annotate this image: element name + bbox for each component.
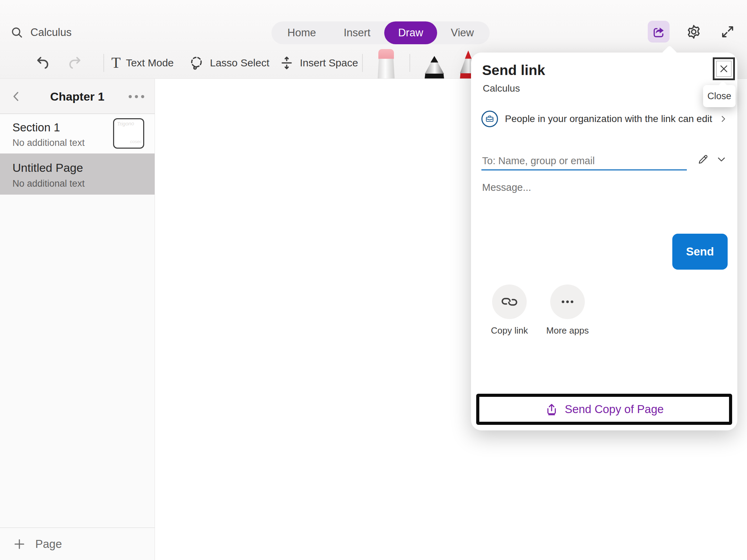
plus-icon bbox=[12, 537, 26, 551]
text-mode-icon: T bbox=[111, 55, 121, 71]
link-icon bbox=[501, 293, 518, 310]
more-options-icon bbox=[129, 95, 132, 98]
expand-icon bbox=[720, 24, 736, 40]
eraser-tool[interactable] bbox=[378, 49, 395, 78]
page-thumbnail: Trigono cosec bbox=[113, 118, 144, 149]
tab-view[interactable]: View bbox=[437, 21, 488, 44]
section-title: Section 1 bbox=[12, 121, 60, 134]
sidebar-item-untitled-page[interactable]: Untitled Page No additional text bbox=[0, 153, 155, 195]
message-field-wrap bbox=[481, 181, 723, 227]
eraser-cap bbox=[378, 49, 394, 60]
recipient-dropdown-button[interactable] bbox=[716, 154, 727, 165]
insert-space-button[interactable]: Insert Space bbox=[279, 54, 358, 72]
undo-icon bbox=[35, 54, 52, 72]
app-window: Calculus Home Insert Draw View bbox=[0, 0, 747, 560]
undo-button[interactable] bbox=[35, 54, 52, 72]
notebook-title: Calculus bbox=[30, 26, 72, 39]
section-subtitle: No additional text bbox=[12, 138, 85, 148]
lasso-select-button[interactable]: Lasso Select bbox=[188, 54, 269, 72]
close-icon bbox=[718, 63, 729, 74]
tab-insert[interactable]: Insert bbox=[330, 21, 385, 44]
text-mode-button[interactable]: T Text Mode bbox=[111, 54, 174, 72]
permission-text: People in your organization with the lin… bbox=[505, 113, 712, 124]
more-apps-label: More apps bbox=[540, 325, 595, 336]
toolbar-divider bbox=[409, 54, 410, 72]
gear-icon bbox=[685, 24, 702, 40]
search-icon bbox=[10, 26, 24, 39]
copy-link-button[interactable]: Copy link bbox=[482, 284, 537, 336]
briefcase-icon bbox=[485, 114, 495, 124]
link-permission-row[interactable]: People in your organization with the lin… bbox=[481, 111, 727, 127]
toolbar-divider bbox=[362, 54, 363, 72]
sidebar-more-options[interactable] bbox=[129, 79, 144, 114]
to-field-actions bbox=[697, 153, 727, 166]
fullscreen-button[interactable] bbox=[718, 22, 737, 41]
send-link-dialog: Send link Calculus Close People in your … bbox=[471, 53, 737, 430]
to-input[interactable] bbox=[481, 152, 687, 169]
close-button[interactable] bbox=[713, 57, 735, 80]
sidebar-header: Chapter 1 bbox=[0, 79, 155, 114]
insert-space-icon bbox=[279, 55, 295, 71]
send-button[interactable]: Send bbox=[672, 234, 728, 270]
share-button[interactable] bbox=[648, 21, 670, 43]
page-subtitle: No additional text bbox=[12, 178, 85, 189]
page-list-sidebar: Chapter 1 Section 1 No additional text T… bbox=[0, 79, 155, 560]
dialog-subtitle: Calculus bbox=[483, 83, 520, 94]
send-copy-label: Send Copy of Page bbox=[565, 403, 664, 416]
edit-recipient-button[interactable] bbox=[697, 153, 710, 166]
black-pen-tool[interactable] bbox=[425, 56, 444, 78]
redo-button[interactable] bbox=[66, 54, 83, 72]
dialog-title: Send link bbox=[482, 62, 545, 78]
pencil-icon bbox=[697, 153, 710, 166]
text-mode-label: Text Mode bbox=[126, 57, 174, 69]
share-icon bbox=[652, 25, 666, 39]
more-apps-button[interactable]: More apps bbox=[540, 284, 595, 336]
to-field-wrap bbox=[481, 152, 687, 170]
copy-link-label: Copy link bbox=[482, 325, 537, 336]
lasso-label: Lasso Select bbox=[210, 57, 269, 69]
chevron-right-icon bbox=[719, 115, 727, 123]
organization-icon-circle bbox=[481, 111, 498, 127]
notebook-search[interactable]: Calculus bbox=[10, 25, 72, 40]
tab-home[interactable]: Home bbox=[274, 21, 330, 44]
settings-button[interactable] bbox=[684, 22, 703, 41]
tab-draw[interactable]: Draw bbox=[384, 21, 437, 44]
sidebar-item-section1[interactable]: Section 1 No additional text Trigono cos… bbox=[0, 114, 155, 153]
eraser-body bbox=[378, 59, 395, 78]
ellipsis-icon bbox=[559, 293, 576, 310]
add-page-label: Page bbox=[35, 538, 62, 551]
close-tooltip: Close bbox=[703, 85, 736, 107]
toolbar-divider bbox=[103, 54, 104, 72]
chevron-down-icon bbox=[716, 154, 727, 165]
send-copy-of-page-button[interactable]: Send Copy of Page bbox=[476, 394, 732, 425]
top-right-actions bbox=[648, 21, 737, 43]
lasso-icon bbox=[188, 55, 205, 71]
add-page-button[interactable]: Page bbox=[0, 528, 155, 560]
redo-icon bbox=[66, 54, 83, 72]
message-input[interactable] bbox=[481, 181, 723, 226]
upload-icon bbox=[545, 402, 559, 416]
insert-space-label: Insert Space bbox=[300, 57, 358, 69]
ribbon-tabs: Home Insert Draw View bbox=[271, 21, 490, 44]
page-title: Untitled Page bbox=[12, 161, 83, 175]
